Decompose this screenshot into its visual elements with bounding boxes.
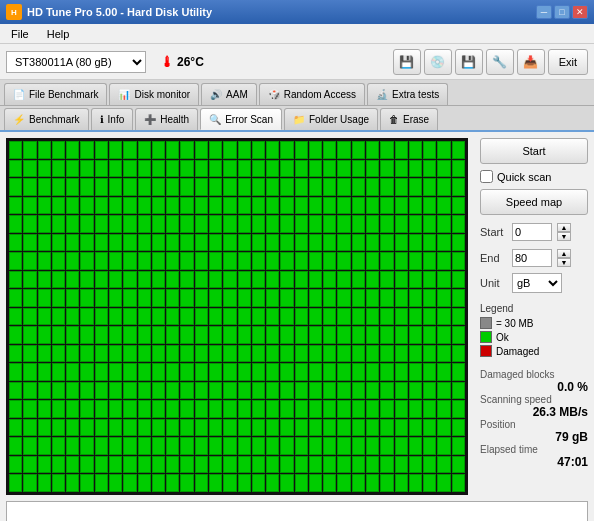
tab-disk-monitor[interactable]: 📊 Disk monitor — [109, 83, 199, 105]
grid-cell — [80, 289, 93, 307]
start-spin-up[interactable]: ▲ — [557, 223, 571, 232]
grid-cell — [423, 271, 436, 289]
grid-cell — [52, 474, 65, 492]
grid-cell — [309, 474, 322, 492]
grid-cell — [166, 252, 179, 270]
tab-file-benchmark[interactable]: 📄 File Benchmark — [4, 83, 107, 105]
grid-cell — [366, 308, 379, 326]
tab-folder-usage[interactable]: 📁 Folder Usage — [284, 108, 378, 130]
grid-cell — [66, 289, 79, 307]
grid-cell — [395, 474, 408, 492]
grid-cell — [23, 234, 36, 252]
grid-cell — [266, 271, 279, 289]
tab-benchmark[interactable]: ⚡ Benchmark — [4, 108, 89, 130]
grid-cell — [295, 141, 308, 159]
grid-cell — [223, 363, 236, 381]
unit-label: Unit — [480, 277, 508, 289]
grid-cell — [452, 271, 465, 289]
grid-cell — [238, 252, 251, 270]
grid-cell — [452, 197, 465, 215]
app-icon: H — [6, 4, 22, 20]
grid-cell — [95, 456, 108, 474]
close-button[interactable]: ✕ — [572, 5, 588, 19]
toolbar-btn-4[interactable]: 🔧 — [486, 49, 514, 75]
toolbar-btn-3[interactable]: 💾 — [455, 49, 483, 75]
grid-cell — [409, 289, 422, 307]
grid-cell — [152, 289, 165, 307]
unit-select[interactable]: gB MB — [512, 273, 562, 293]
end-input[interactable] — [512, 249, 552, 267]
grid-cell — [195, 400, 208, 418]
title-controls[interactable]: ─ □ ✕ — [536, 5, 588, 19]
grid-cell — [323, 271, 336, 289]
grid-cell — [38, 326, 51, 344]
grid-cell — [380, 289, 393, 307]
grid-cell — [437, 345, 450, 363]
grid-cell — [352, 382, 365, 400]
start-input[interactable] — [512, 223, 552, 241]
grid-cell — [138, 160, 151, 178]
start-button[interactable]: Start — [480, 138, 588, 164]
grid-cell — [309, 160, 322, 178]
quick-scan-checkbox[interactable] — [480, 170, 493, 183]
toolbar-btn-2[interactable]: 💿 — [424, 49, 452, 75]
grid-cell — [152, 215, 165, 233]
tab-health[interactable]: ➕ Health — [135, 108, 198, 130]
menu-help[interactable]: Help — [44, 28, 73, 40]
grid-cell — [280, 363, 293, 381]
grid-cell — [337, 160, 350, 178]
extra-tests-icon: 🔬 — [376, 89, 388, 100]
tab-error-scan[interactable]: 🔍 Error Scan — [200, 108, 282, 130]
start-spin-down[interactable]: ▼ — [557, 232, 571, 241]
end-spin-up[interactable]: ▲ — [557, 249, 571, 258]
grid-cell — [52, 382, 65, 400]
minimize-button[interactable]: ─ — [536, 5, 552, 19]
grid-cell — [395, 437, 408, 455]
grid-cell — [138, 326, 151, 344]
grid-cell — [423, 215, 436, 233]
tab-extra-tests[interactable]: 🔬 Extra tests — [367, 83, 448, 105]
grid-cell — [252, 326, 265, 344]
toolbar-btn-1[interactable]: 💾 — [393, 49, 421, 75]
grid-cell — [409, 363, 422, 381]
exit-button[interactable]: Exit — [548, 49, 588, 75]
tab-aam[interactable]: 🔊 AAM — [201, 83, 257, 105]
grid-cell — [295, 474, 308, 492]
grid-cell — [38, 474, 51, 492]
drive-select[interactable]: ST380011A (80 gB) — [6, 51, 146, 73]
menu-file[interactable]: File — [8, 28, 32, 40]
grid-cell — [323, 252, 336, 270]
grid-cell — [152, 400, 165, 418]
tab-erase[interactable]: 🗑 Erase — [380, 108, 438, 130]
grid-cell — [423, 419, 436, 437]
grid-cell — [437, 215, 450, 233]
tab-random-access[interactable]: 🎲 Random Access — [259, 83, 365, 105]
grid-cell — [380, 308, 393, 326]
grid-cell — [9, 160, 22, 178]
grid-cell — [80, 345, 93, 363]
grid-cell — [52, 141, 65, 159]
grid-cell — [166, 363, 179, 381]
grid-cell — [152, 197, 165, 215]
grid-cell — [123, 215, 136, 233]
grid-cell — [152, 363, 165, 381]
end-spin-down[interactable]: ▼ — [557, 258, 571, 267]
grid-cell — [437, 160, 450, 178]
toolbar-btn-5[interactable]: 📥 — [517, 49, 545, 75]
speed-map-button[interactable]: Speed map — [480, 189, 588, 215]
grid-cell — [295, 234, 308, 252]
grid-cell — [80, 178, 93, 196]
grid-cell — [409, 215, 422, 233]
grid-cell — [266, 178, 279, 196]
grid-cell — [109, 271, 122, 289]
grid-cell — [266, 197, 279, 215]
grid-cell — [452, 474, 465, 492]
drive-dropdown[interactable]: ST380011A (80 gB) — [6, 51, 146, 73]
tab-info[interactable]: ℹ Info — [91, 108, 134, 130]
tab-erase-label: Erase — [403, 114, 429, 125]
maximize-button[interactable]: □ — [554, 5, 570, 19]
menu-bar: File Help — [0, 24, 594, 44]
grid-cell — [180, 400, 193, 418]
grid-cell — [195, 197, 208, 215]
grid-cell — [38, 419, 51, 437]
